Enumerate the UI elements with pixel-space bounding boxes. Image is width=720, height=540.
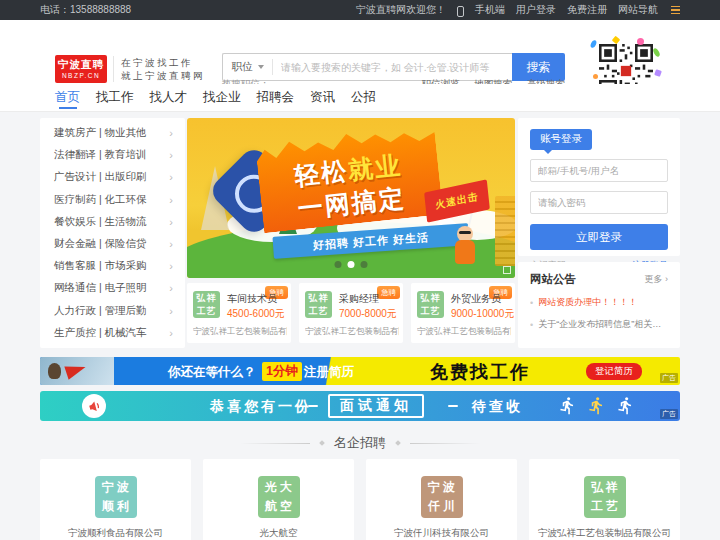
chevron-right-icon: › (169, 171, 173, 183)
register-link[interactable]: 免费注册 (567, 3, 607, 17)
chevron-right-icon: › (169, 260, 173, 272)
user-login-link[interactable]: 用户登录 (516, 3, 556, 17)
nav-public-recruit[interactable]: 公招 (351, 84, 376, 111)
ad1-text3: 免费找工作 (430, 360, 530, 384)
logo-text: 宁波直聘 (55, 59, 107, 70)
category-item[interactable]: 销售客服 | 市场采购› (40, 255, 185, 277)
search-category-select[interactable]: 职位 (223, 59, 273, 75)
bullet-icon: • (530, 298, 533, 308)
company-name[interactable]: 宁波顺利食品有限公司 (40, 527, 191, 540)
ad1-highlight: 1分钟 (262, 362, 302, 381)
megaphone-icon (64, 360, 87, 379)
search-input[interactable] (273, 62, 512, 73)
megaphone-icon (88, 400, 101, 413)
company-card[interactable]: 宁波顺利 宁波顺利食品有限公司 (40, 459, 191, 540)
category-item[interactable]: 生产质控 | 机械汽车› (40, 322, 185, 344)
company-name[interactable]: 宁波仟川科技有限公司 (366, 527, 517, 540)
nav-find-job[interactable]: 找工作 (96, 84, 134, 111)
ad2-text1: 恭喜您有一份 (210, 398, 312, 416)
section-title-text: 名企招聘 (334, 434, 386, 452)
ad1-text2: 注册简历 (304, 364, 354, 381)
chevron-right-icon: › (169, 216, 173, 228)
job-company[interactable]: 宁波弘祥工艺包装制品有限公司 (417, 326, 511, 338)
notice-item[interactable]: • 网站资质办理中！！！！ (530, 296, 668, 309)
job-card[interactable]: 急聘 弘祥工艺 采购经理 7000-8000元 宁波弘祥工艺包装制品有限公司 (299, 283, 403, 343)
chevron-right-icon: › (169, 127, 173, 139)
company-card[interactable]: 弘祥工艺 宁波弘祥工艺包装制品有限公司 (529, 459, 680, 540)
mobile-phone-icon (457, 6, 464, 17)
category-label: 法律翻译 | 教育培训 (54, 148, 147, 162)
register-resume-ad-banner[interactable]: 你还在等什么？ 1分钟 注册简历 免费找工作 登记简历 广告 (40, 357, 680, 385)
speed-dash (448, 405, 458, 407)
nav-news[interactable]: 资讯 (310, 84, 335, 111)
phone-number: 电话：13588888888 (40, 3, 131, 17)
category-item[interactable]: 医疗制药 | 化工环保› (40, 189, 185, 211)
category-item[interactable]: 法律翻译 | 教育培训› (40, 144, 185, 166)
bullet-icon: • (530, 320, 533, 330)
chevron-right-icon: › (169, 327, 173, 339)
category-label: 网络通信 | 电子照明 (54, 281, 147, 295)
job-card[interactable]: 急聘 弘祥工艺 车间技术员 4500-6000元 宁波弘祥工艺包装制品有限公司 (187, 283, 291, 343)
company-logo: 弘祥工艺 (417, 291, 444, 318)
title-decor-diamond (319, 440, 325, 446)
job-title[interactable]: 外贸业务员 (451, 292, 501, 306)
notice-item[interactable]: • 关于“企业发布招聘信息”相关操作... (530, 318, 668, 331)
category-item[interactable]: 财会金融 | 保险信贷› (40, 233, 185, 255)
category-item[interactable]: 人力行政 | 管理后勤› (40, 300, 185, 322)
register-resume-button[interactable]: 登记简历 (586, 363, 642, 380)
title-decor-line (240, 443, 310, 444)
header: 宁波直聘 NBZP.CN 在宁波找工作 就上宁波直聘网 职位 搜索 热搜职位： … (0, 20, 720, 84)
category-item[interactable]: 网络通信 | 电子照明› (40, 277, 185, 299)
company-logo: 弘祥工艺 (193, 291, 220, 318)
category-item[interactable]: 餐饮娱乐 | 生活物流› (40, 211, 185, 233)
category-label: 餐饮娱乐 | 生活物流 (54, 215, 147, 229)
category-label: 生产质控 | 机械汽车 (54, 326, 147, 340)
category-sidebar: 建筑房产 | 物业其他› 法律翻译 | 教育培训› 广告设计 | 出版印刷› 医… (40, 118, 185, 348)
notice-title: 网站公告 (530, 272, 576, 287)
banner-corner-icon[interactable] (503, 266, 511, 274)
job-salary: 4500-6000元 (227, 307, 285, 321)
company-card[interactable]: 光大航空 光大航空 (203, 459, 354, 540)
nav-find-company[interactable]: 找企业 (203, 84, 241, 111)
category-label: 建筑房产 | 物业其他 (54, 126, 147, 140)
chevron-right-icon: › (169, 305, 173, 317)
nav-home[interactable]: 首页 (55, 84, 80, 111)
job-company[interactable]: 宁波弘祥工艺包装制品有限公司 (193, 326, 287, 338)
hamburger-icon[interactable] (671, 6, 680, 15)
mobile-link[interactable]: 手机端 (475, 3, 505, 17)
category-label: 财会金融 | 保险信贷 (54, 237, 147, 251)
carousel-dot-1[interactable] (335, 261, 342, 268)
site-nav-link[interactable]: 网站导航 (618, 3, 658, 17)
username-field[interactable] (530, 159, 668, 182)
company-logo: 弘祥工艺 (305, 291, 332, 318)
title-decor-line (410, 443, 480, 444)
company-name[interactable]: 宁波弘祥工艺包装制品有限公司 (529, 527, 680, 540)
carousel-dot-2[interactable] (348, 261, 355, 268)
job-title[interactable]: 车间技术员 (227, 292, 277, 306)
company-card[interactable]: 宁波仟川 宁波仟川科技有限公司 (366, 459, 517, 540)
password-field[interactable] (530, 191, 668, 214)
job-title[interactable]: 采购经理 (339, 292, 379, 306)
urgent-badge: 急聘 (377, 286, 400, 299)
category-item[interactable]: 建筑房产 | 物业其他› (40, 122, 185, 144)
login-button[interactable]: 立即登录 (530, 224, 668, 250)
category-label: 人力行政 | 管理后勤 (54, 304, 147, 318)
runner-icon (616, 396, 635, 415)
notice-more-link[interactable]: 更多 › (645, 273, 669, 286)
company-logo: 宁波仟川 (421, 476, 463, 518)
carousel-dot-3[interactable] (361, 261, 368, 268)
section-title: 名企招聘 (40, 432, 680, 454)
nav-find-talent[interactable]: 找人才 (150, 84, 188, 111)
nav-job-fair[interactable]: 招聘会 (257, 84, 295, 111)
company-name[interactable]: 光大航空 (203, 527, 354, 540)
category-label: 广告设计 | 出版印刷 (54, 170, 147, 184)
hero-carousel[interactable]: 轻松就业 一网搞定 好招聘 好工作 好生活 火速出击 (187, 118, 515, 278)
interview-notice-ad-banner[interactable]: 恭喜您有一份 面试通知 待查收 广告 (40, 391, 680, 421)
account-login-tab[interactable]: 账号登录 (530, 129, 592, 150)
search-button[interactable]: 搜索 (512, 53, 565, 81)
category-item[interactable]: 广告设计 | 出版印刷› (40, 166, 185, 188)
job-company[interactable]: 宁波弘祥工艺包装制品有限公司 (305, 326, 399, 338)
job-salary: 9000-10000元 (451, 307, 514, 321)
job-card[interactable]: 急聘 弘祥工艺 外贸业务员 9000-10000元 宁波弘祥工艺包装制品有限公司 (411, 283, 515, 343)
search-box: 职位 (222, 53, 512, 81)
